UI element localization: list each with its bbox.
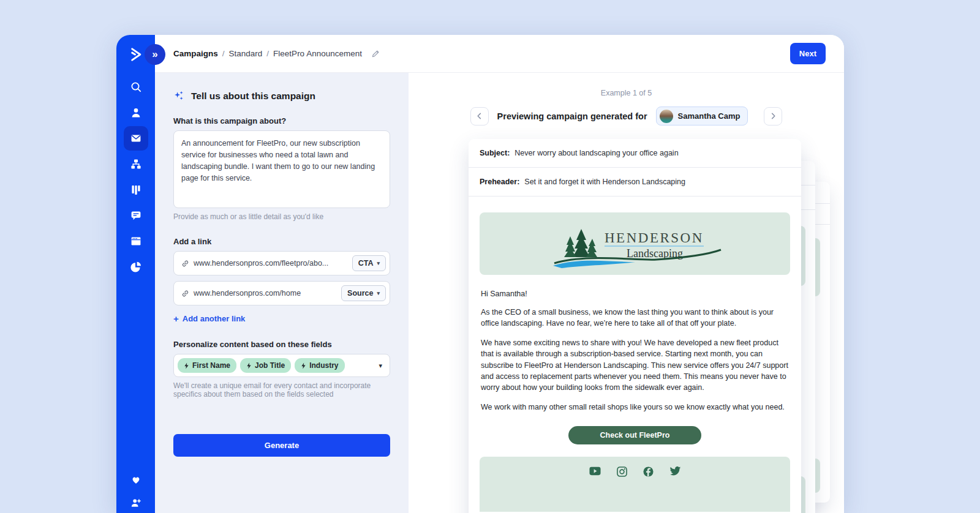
campaign-about-input[interactable]: An announcement for FleetPro, our new su… bbox=[173, 130, 390, 208]
preview-title: Previewing campaign generated for bbox=[497, 111, 647, 121]
previous-example-button[interactable] bbox=[470, 107, 489, 125]
twitter-icon[interactable] bbox=[669, 466, 681, 476]
bolt-icon bbox=[246, 362, 252, 369]
facebook-icon[interactable] bbox=[643, 466, 654, 477]
sidebar-item-add-user[interactable] bbox=[124, 492, 148, 513]
sidebar-item-favorites[interactable] bbox=[124, 466, 148, 492]
chevron-right-icon bbox=[770, 113, 777, 119]
pencil-icon bbox=[372, 50, 380, 58]
example-counter: Example 1 of 5 bbox=[409, 73, 844, 97]
link-type-select[interactable]: CTA ▾ bbox=[352, 255, 386, 271]
chevron-left-icon bbox=[476, 113, 483, 119]
chevron-down-icon: ▾ bbox=[377, 290, 380, 296]
next-button[interactable]: Next bbox=[790, 43, 826, 64]
double-chevron-icon: » bbox=[152, 49, 157, 59]
app-window: » bbox=[116, 35, 844, 513]
chevron-down-icon[interactable]: ▾ bbox=[379, 362, 382, 370]
breadcrumb: Campaigns / Standard / FleetPro Announce… bbox=[173, 49, 380, 58]
link-type-select[interactable]: Source ▾ bbox=[341, 285, 386, 301]
heart-icon bbox=[130, 474, 141, 485]
preview-panel: Example 1 of 5 Previewing campaign gener… bbox=[409, 73, 844, 513]
sidebar-item-contacts[interactable] bbox=[124, 100, 148, 125]
subject-row: Subject: Never worry about landscaping y… bbox=[469, 139, 801, 168]
link-row[interactable]: www.hendersonpros.com/home Source ▾ bbox=[173, 281, 390, 305]
sidebar-item-search[interactable] bbox=[124, 74, 148, 100]
kanban-icon bbox=[130, 184, 142, 196]
link-url: www.hendersonpros.com/fleetpro/abo... bbox=[181, 259, 352, 268]
sidebar-item-conversations[interactable] bbox=[124, 203, 148, 228]
top-bar: Campaigns / Standard / FleetPro Announce… bbox=[155, 35, 844, 73]
links-label: Add a link bbox=[173, 237, 390, 246]
breadcrumb-separator: / bbox=[222, 49, 225, 58]
browser-window-icon bbox=[130, 235, 142, 247]
search-icon bbox=[130, 81, 142, 93]
next-example-button[interactable] bbox=[764, 107, 782, 125]
sidebar-item-pipelines[interactable] bbox=[124, 177, 148, 203]
link-icon bbox=[181, 260, 189, 268]
chat-bubble-icon bbox=[130, 209, 142, 222]
field-chip-industry[interactable]: Industry bbox=[295, 358, 344, 373]
sidebar-expand-button[interactable]: » bbox=[145, 44, 165, 65]
sidebar-item-campaigns[interactable] bbox=[124, 126, 148, 151]
generate-button[interactable]: Generate bbox=[173, 434, 390, 457]
activecampaign-logo-icon bbox=[128, 47, 144, 62]
personalize-label: Personalize content based on these field… bbox=[173, 340, 390, 349]
breadcrumb-campaign-name: FleetPro Announcement bbox=[273, 49, 362, 58]
email-paragraph: As the CEO of a small business, we know … bbox=[481, 307, 789, 329]
cta-button[interactable]: Check out FleetPro bbox=[568, 426, 702, 444]
field-chip-job-title[interactable]: Job Title bbox=[240, 358, 291, 373]
sidebar-item-forms[interactable] bbox=[124, 228, 148, 254]
edit-name-button[interactable] bbox=[372, 50, 380, 58]
personalize-fields-select[interactable]: First Name Job Title Industry ▾ bbox=[173, 354, 390, 377]
about-helper: Provide as much or as little detail as y… bbox=[173, 212, 390, 221]
henderson-landscaping-logo: HENDERSON Landscaping bbox=[543, 218, 727, 269]
avatar bbox=[660, 110, 673, 123]
link-row[interactable]: www.hendersonpros.com/fleetpro/abo... CT… bbox=[173, 251, 390, 275]
link-icon bbox=[181, 290, 189, 298]
sidebar: » bbox=[116, 35, 155, 513]
personalize-helper: We'll create a unique email for every co… bbox=[173, 381, 375, 399]
sidebar-item-automations[interactable] bbox=[124, 151, 148, 177]
person-icon bbox=[130, 107, 142, 119]
add-user-icon bbox=[130, 497, 141, 508]
panel-title: Tell us about this campaign bbox=[191, 91, 315, 102]
link-url: www.hendersonpros.com/home bbox=[181, 289, 341, 298]
preheader-row: Preheader: Set it and forget it with Hen… bbox=[469, 168, 801, 197]
breadcrumb-standard[interactable]: Standard bbox=[229, 49, 263, 58]
email-greeting: Hi Samantha! bbox=[481, 290, 789, 298]
preheader-value: Set it and forget it with Henderson Land… bbox=[524, 178, 685, 186]
about-label: What is this campaign about? bbox=[173, 116, 390, 125]
sidebar-item-reports[interactable] bbox=[124, 254, 148, 280]
brand-logo-block: HENDERSON Landscaping bbox=[480, 212, 790, 275]
plus-icon: + bbox=[173, 313, 179, 324]
instagram-icon[interactable] bbox=[617, 466, 627, 477]
email-preview-card: Subject: Never worry about landscaping y… bbox=[469, 139, 801, 513]
subject-label: Subject: bbox=[480, 149, 510, 157]
preheader-label: Preheader: bbox=[480, 178, 519, 186]
envelope-icon bbox=[130, 132, 142, 144]
breadcrumb-campaigns[interactable]: Campaigns bbox=[173, 49, 218, 58]
svg-text:HENDERSON: HENDERSON bbox=[605, 230, 704, 245]
youtube-icon[interactable] bbox=[589, 466, 601, 476]
bolt-icon bbox=[184, 362, 189, 369]
email-paragraph: We have some exciting news to share with… bbox=[481, 337, 789, 393]
sitemap-icon bbox=[130, 158, 142, 170]
bolt-icon bbox=[301, 362, 306, 369]
pie-chart-icon bbox=[130, 261, 142, 273]
chevron-down-icon: ▾ bbox=[377, 260, 380, 266]
contact-chip[interactable]: Samantha Camp bbox=[656, 107, 748, 125]
add-another-link-button[interactable]: + Add another link bbox=[173, 313, 390, 324]
email-paragraph: We work with many other small retail sho… bbox=[481, 402, 789, 413]
campaign-form-panel: Tell us about this campaign What is this… bbox=[155, 73, 409, 513]
field-chip-first-name[interactable]: First Name bbox=[178, 358, 236, 373]
subject-value: Never worry about landscaping your offic… bbox=[514, 149, 678, 157]
email-footer bbox=[480, 457, 790, 512]
breadcrumb-separator: / bbox=[266, 49, 269, 58]
sparkles-icon bbox=[173, 90, 185, 102]
contact-name: Samantha Camp bbox=[678, 111, 741, 121]
